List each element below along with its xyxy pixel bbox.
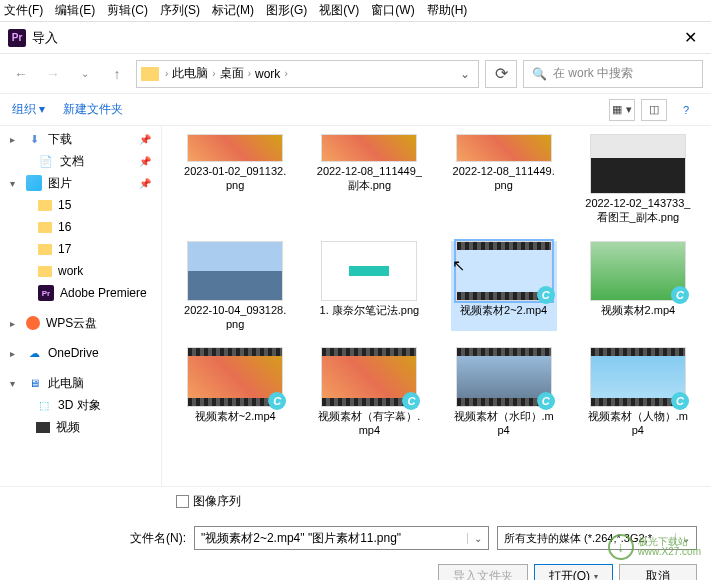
file-name: 视频素材（有字幕）.mp4 xyxy=(316,409,422,438)
dialog-titlebar: Pr 导入 ✕ xyxy=(0,22,711,54)
c-badge-icon: C xyxy=(268,392,286,410)
file-item[interactable]: C视频素材（水印）.mp4 xyxy=(451,347,557,438)
sidebar-item-3D 对象[interactable]: ⬚3D 对象 xyxy=(0,394,161,416)
sidebar-item-视频[interactable]: 视频 xyxy=(0,416,161,438)
new-folder-button[interactable]: 新建文件夹 xyxy=(63,101,123,118)
main-area: ▸⬇下载📌📄文档📌▾图片📌151617workPrAdobe Premiere▸… xyxy=(0,126,711,486)
sidebar-item-16[interactable]: 16 xyxy=(0,216,161,238)
forward-button[interactable]: → xyxy=(40,61,66,87)
pin-icon: 📌 xyxy=(139,134,151,145)
sidebar-item-Adobe Premiere[interactable]: PrAdobe Premiere xyxy=(0,282,161,304)
search-input[interactable]: 🔍 在 work 中搜索 xyxy=(523,60,703,88)
wps-icon xyxy=(26,316,40,330)
preview-pane-button[interactable]: ◫ xyxy=(641,99,667,121)
doc-icon: 📄 xyxy=(38,153,54,169)
menu-item[interactable]: 序列(S) xyxy=(160,2,200,19)
menu-item[interactable]: 窗口(W) xyxy=(371,2,414,19)
menu-item[interactable]: 视图(V) xyxy=(319,2,359,19)
sidebar-item-此电脑[interactable]: ▾🖥此电脑 xyxy=(0,372,161,394)
menu-item[interactable]: 标记(M) xyxy=(212,2,254,19)
menu-item[interactable]: 帮助(H) xyxy=(427,2,468,19)
menu-item[interactable]: 编辑(E) xyxy=(55,2,95,19)
file-item[interactable]: 2022-12-08_111449.png xyxy=(451,134,557,225)
bc-work[interactable]: work xyxy=(255,67,280,81)
image-sequence-checkbox[interactable] xyxy=(176,495,189,508)
menu-item[interactable]: 文件(F) xyxy=(4,2,43,19)
file-name: 1. 康奈尔笔记法.png xyxy=(320,303,420,317)
file-name: 2022-12-02_143733_看图王_副本.png xyxy=(585,196,691,225)
back-button[interactable]: ← xyxy=(8,61,34,87)
thumbnail xyxy=(321,241,417,301)
sidebar-item-work[interactable]: work xyxy=(0,260,161,282)
app-menubar[interactable]: 文件(F)编辑(E)剪辑(C)序列(S)标记(M)图形(G)视图(V)窗口(W)… xyxy=(0,0,711,22)
file-name: 视频素材2.mp4 xyxy=(601,303,676,317)
toolbar: 组织 ▾ 新建文件夹 ▦ ▾ ◫ ? xyxy=(0,94,711,126)
menu-item[interactable]: 图形(G) xyxy=(266,2,307,19)
sidebar-item-文档[interactable]: 📄文档📌 xyxy=(0,150,161,172)
sidebar-item-15[interactable]: 15 xyxy=(0,194,161,216)
menu-item[interactable]: 剪辑(C) xyxy=(107,2,148,19)
bc-pc[interactable]: 此电脑 xyxy=(172,65,208,82)
file-name: 视频素材2~2.mp4 xyxy=(460,303,547,317)
refresh-button[interactable]: ⟳ xyxy=(485,60,517,88)
button-row: 导入文件夹 打开(O)▾ 取消 xyxy=(0,556,711,580)
breadcrumb[interactable]: › 此电脑 › 桌面 › work › ⌄ xyxy=(136,60,479,88)
bc-desktop[interactable]: 桌面 xyxy=(220,65,244,82)
3d-icon: ⬚ xyxy=(36,397,52,413)
breadcrumb-dropdown[interactable]: ⌄ xyxy=(456,67,474,81)
thumbnail: C xyxy=(590,347,686,407)
c-badge-icon: C xyxy=(402,392,420,410)
view-mode-button[interactable]: ▦ ▾ xyxy=(609,99,635,121)
sidebar-item-下载[interactable]: ▸⬇下载📌 xyxy=(0,128,161,150)
c-badge-icon: C xyxy=(537,286,555,304)
thumbnail xyxy=(187,134,283,162)
file-item[interactable]: 2022-12-02_143733_看图王_副本.png xyxy=(585,134,691,225)
file-name: 视频素材（人物）.mp4 xyxy=(585,409,691,438)
image-sequence-option[interactable]: 图像序列 xyxy=(0,486,711,520)
file-name: 视频素材~2.mp4 xyxy=(195,409,276,423)
pin-icon: 📌 xyxy=(139,178,151,189)
pin-icon: 📌 xyxy=(139,156,151,167)
thumbnail: C xyxy=(187,347,283,407)
pic-icon xyxy=(26,175,42,191)
cancel-button[interactable]: 取消 xyxy=(619,564,697,580)
c-badge-icon: C xyxy=(671,392,689,410)
up-button[interactable]: ↑ xyxy=(104,61,130,87)
file-item[interactable]: 1. 康奈尔笔记法.png xyxy=(316,241,422,332)
pc-icon: 🖥 xyxy=(26,375,42,391)
file-item[interactable]: C视频素材~2.mp4 xyxy=(182,347,288,438)
thumbnail xyxy=(321,134,417,162)
file-item[interactable]: 2022-10-04_093128.png xyxy=(182,241,288,332)
sidebar-item-OneDrive[interactable]: ▸☁OneDrive xyxy=(0,342,161,364)
file-item[interactable]: C视频素材（有字幕）.mp4 xyxy=(316,347,422,438)
import-folder-button[interactable]: 导入文件夹 xyxy=(438,564,528,580)
file-item[interactable]: 2023-01-02_091132.png xyxy=(182,134,288,225)
nav-bar: ← → ⌄ ↑ › 此电脑 › 桌面 › work › ⌄ ⟳ 🔍 在 work… xyxy=(0,54,711,94)
help-button[interactable]: ? xyxy=(673,99,699,121)
file-item[interactable]: C视频素材（人物）.mp4 xyxy=(585,347,691,438)
c-badge-icon: C xyxy=(671,286,689,304)
recent-dropdown[interactable]: ⌄ xyxy=(72,61,98,87)
sidebar-item-图片[interactable]: ▾图片📌 xyxy=(0,172,161,194)
file-name: 2023-01-02_091132.png xyxy=(182,164,288,193)
open-button[interactable]: 打开(O)▾ xyxy=(534,564,613,580)
filename-dropdown[interactable]: ⌄ xyxy=(467,533,482,544)
file-item[interactable]: C视频素材2.mp4 xyxy=(585,241,691,332)
search-icon: 🔍 xyxy=(532,67,547,81)
file-name: 2022-12-08_111449.png xyxy=(451,164,557,193)
file-grid[interactable]: 2023-01-02_091132.png2022-12-08_111449_副… xyxy=(162,126,711,486)
vid-icon xyxy=(36,422,50,433)
sidebar-item-17[interactable]: 17 xyxy=(0,238,161,260)
thumbnail xyxy=(590,134,686,194)
filename-input[interactable]: "视频素材2~2.mp4" "图片素材11.png" ⌄ xyxy=(194,526,489,550)
folder-icon xyxy=(38,222,52,233)
close-button[interactable]: ✕ xyxy=(678,28,703,47)
filename-label: 文件名(N): xyxy=(130,530,186,547)
thumbnail xyxy=(456,134,552,162)
filetype-select[interactable]: 所有支持的媒体 (*.264;*.3G2;* ⌄ xyxy=(497,526,697,550)
organize-menu[interactable]: 组织 ▾ xyxy=(12,101,45,118)
sidebar-item-WPS云盘[interactable]: ▸WPS云盘 xyxy=(0,312,161,334)
file-item[interactable]: 2022-12-08_111449_副本.png xyxy=(316,134,422,225)
file-item[interactable]: C视频素材2~2.mp4 xyxy=(451,241,557,332)
dl-icon: ⬇ xyxy=(26,131,42,147)
